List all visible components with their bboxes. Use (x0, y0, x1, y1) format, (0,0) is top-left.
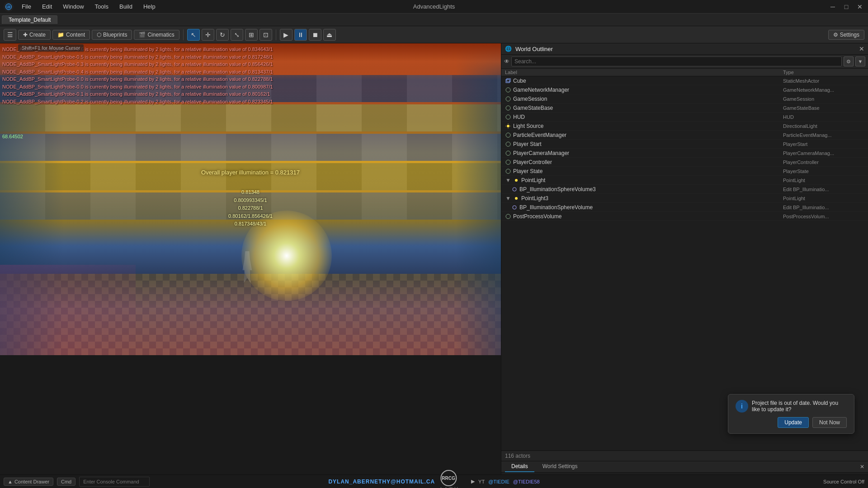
pointlight3-icon (513, 195, 519, 202)
tab-world-settings[interactable]: World Settings (536, 461, 584, 472)
cinematics-button[interactable]: 🎬 Cinematics (134, 30, 179, 40)
update-button[interactable]: Update (778, 417, 809, 428)
outliner-search-input[interactable] (511, 56, 842, 66)
pem-icon (505, 132, 511, 138)
social-youtube: YT (478, 479, 485, 484)
notification-icon: i (736, 400, 748, 413)
outliner-item-hud[interactable]: HUD HUD (501, 113, 868, 122)
console-command-input[interactable] (79, 477, 150, 487)
outliner-columns: Label Type (501, 69, 868, 76)
expand-icon[interactable]: ▼ (505, 177, 511, 183)
hud-icon (505, 114, 511, 120)
not-now-button[interactable]: Not Now (812, 417, 847, 428)
tab-template-default[interactable]: Template_Default (2, 15, 57, 24)
svg-point-14 (506, 142, 510, 146)
gamestatebase-label: GameStateBase (513, 105, 781, 111)
statusbar-left: ▲ Content Drawer Cmd (4, 477, 150, 487)
gamesession-type: GameSession (783, 96, 864, 102)
gamesession-label: GameSession (513, 96, 781, 102)
menu-build[interactable]: Build (115, 2, 137, 11)
outliner-item-pc[interactable]: PlayerController PlayerController (501, 158, 868, 167)
select-tool-button[interactable]: ↖ (187, 29, 200, 41)
outliner-close-button[interactable]: ✕ (859, 45, 864, 52)
menu-help[interactable]: Help (139, 2, 160, 11)
svg-rect-2 (506, 80, 509, 83)
minimize-button[interactable]: ─ (826, 2, 839, 12)
social-icon-1: ▶ (471, 479, 475, 484)
console-input-wrap (79, 477, 150, 487)
outliner-item-pointlight[interactable]: ▼ PointLight PointLight (501, 176, 868, 185)
lightsource-type: DirectionalLight (783, 123, 864, 129)
playerstart-icon (505, 141, 511, 147)
gamestatebase-icon (505, 105, 511, 111)
titlebar: UE File Edit Window Tools Build Help Adv… (0, 0, 868, 14)
outliner-item-lightsource[interactable]: Light Source DirectionalLight (501, 122, 868, 131)
console-log-overlay: NODE_AddBP_SmartLightProbe-0.6 is curren… (2, 46, 273, 105)
move-tool-button[interactable]: ✛ (202, 29, 214, 41)
toolbar-separator (183, 29, 184, 40)
play-button[interactable]: ▶ (280, 29, 292, 41)
svg-text:UE: UE (6, 5, 11, 8)
menu-file[interactable]: File (17, 2, 36, 11)
pcm-type: PlayerCameraManag... (783, 150, 864, 156)
pc-icon (505, 159, 511, 165)
notification-text: Project file is out of date. Would you l… (752, 400, 847, 413)
visibility-toggle-icon[interactable]: 👁 (504, 58, 509, 65)
stop-button[interactable]: ⏹ (309, 29, 321, 41)
menu-window[interactable]: Window (58, 2, 88, 11)
surface-snap-button[interactable]: ⊡ (259, 29, 272, 41)
status-bar: ▲ Content Drawer Cmd DYLAN_ABERNETHY@HOT… (0, 474, 868, 488)
outliner-item-pointlight3[interactable]: ▼ PointLight3 PointLight (501, 194, 868, 203)
menu-edit[interactable]: Edit (38, 2, 57, 11)
playerstate-type: PlayerState (783, 169, 864, 174)
pause-button[interactable]: ⏸ (294, 29, 307, 41)
ppv-type: PostProcessVolum... (783, 214, 864, 219)
outliner-item-ppv[interactable]: PostProcessVolume PostProcessVolum... (501, 212, 868, 221)
outliner-icon: 🌐 (505, 46, 512, 52)
cube-label: Cube (513, 78, 781, 84)
content-button[interactable]: 📁 Content (52, 30, 90, 40)
pcm-icon (505, 150, 511, 156)
eject-button[interactable]: ⏏ (323, 29, 336, 41)
svg-point-19 (513, 188, 516, 191)
outliner-item-pem[interactable]: ParticleEventManager ParticleEventManag.… (501, 131, 868, 140)
outliner-item-playerstart[interactable]: Player Start PlayerStart (501, 140, 868, 149)
outliner-item-bpillum3[interactable]: BP_IlluminationSphereVolume3 Edit BP_Ill… (501, 185, 868, 194)
rotate-tool-button[interactable]: ↻ (216, 29, 229, 41)
pem-type: ParticleEventManag... (783, 132, 864, 138)
playerstart-label: Player Start (513, 141, 781, 147)
expand3-icon[interactable]: ▼ (505, 195, 511, 202)
outliner-settings-button[interactable]: ⚙ (844, 56, 854, 66)
svg-point-17 (506, 169, 510, 174)
outliner-item-gnm[interactable]: GameNetworkManager GameNetworkManag... (501, 85, 868, 94)
menu-tools[interactable]: Tools (90, 2, 113, 11)
outliner-filter-button[interactable]: ▼ (855, 56, 865, 66)
outliner-item-bpillum[interactable]: BP_IlluminationSphereVolume Edit BP_Illu… (501, 203, 868, 212)
outliner-item-cube[interactable]: Cube StaticMeshActor (501, 76, 868, 85)
create-button[interactable]: ✚ Create (18, 30, 51, 40)
transform-tool-button[interactable]: ⊞ (245, 29, 258, 41)
viewport[interactable]: NODE_AddBP_SmartLightProbe-0.6 is curren… (0, 43, 501, 355)
notification-header: i Project file is out of date. Would you… (736, 400, 847, 413)
toolbar-separator-2 (276, 29, 276, 40)
gnm-icon (505, 87, 511, 93)
settings-button[interactable]: ⚙ Settings (828, 30, 864, 40)
tab-bar: Template_Default (0, 14, 868, 26)
outliner-item-playerstate[interactable]: Player State PlayerState (501, 167, 868, 176)
gamesession-icon (505, 96, 511, 102)
cmd-button[interactable]: Cmd (57, 478, 75, 486)
maximize-button[interactable]: □ (840, 2, 853, 12)
outliner-item-pcm[interactable]: PlayerCameraManager PlayerCameraManag... (501, 149, 868, 158)
scale-tool-button[interactable]: ⤡ (231, 29, 243, 41)
outliner-item-gamestatebase[interactable]: GameStateBase GameStateBase (501, 103, 868, 113)
email-label: DYLAN_ABERNETHY@HOTMAIL.CA (328, 479, 435, 485)
outliner-item-gamesession[interactable]: GameSession GameSession (501, 94, 868, 103)
lightsource-icon (505, 123, 511, 129)
content-drawer-button[interactable]: ▲ Content Drawer (4, 478, 53, 486)
cube-icon (505, 78, 511, 84)
svg-point-20 (515, 197, 518, 200)
blueprints-button[interactable]: ⬡ Blueprints (92, 30, 132, 40)
sidebar-toggle-button[interactable]: ☰ (4, 29, 16, 41)
bottom-panel-close-button[interactable]: ✕ (860, 464, 864, 470)
close-button[interactable]: ✕ (854, 2, 866, 12)
